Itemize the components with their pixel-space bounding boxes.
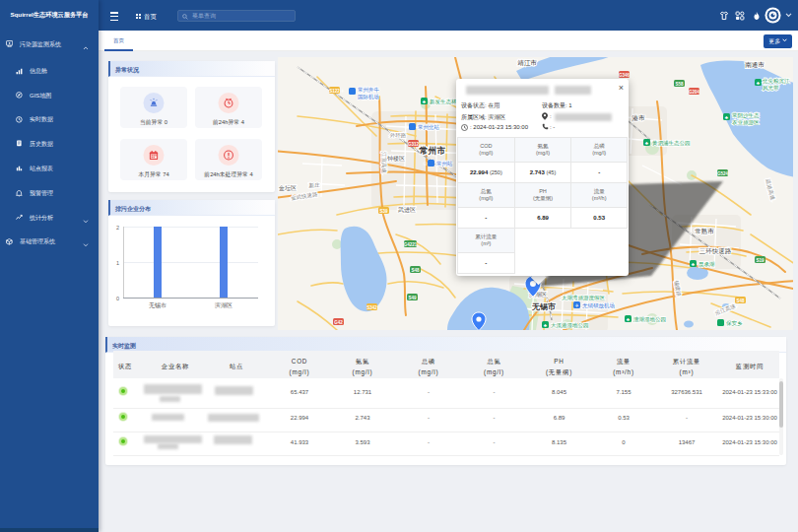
svg-text:⛁: ⛁ <box>404 124 408 130</box>
svg-text:常州北站: 常州北站 <box>418 124 440 131</box>
svg-text:S49: S49 <box>408 296 417 300</box>
svg-text:南通市: 南通市 <box>745 61 765 68</box>
svg-text:风光带: 风光带 <box>763 85 779 92</box>
svg-text:G42: G42 <box>334 320 343 325</box>
svg-text:靖江市: 靖江市 <box>517 59 537 67</box>
svg-text:无锡硕放机场: 无锡硕放机场 <box>582 302 615 309</box>
svg-text:S39: S39 <box>379 209 388 214</box>
svg-text:大溪港湿地公园: 大溪港湿地公园 <box>551 322 589 329</box>
svg-text:无锡市: 无锡市 <box>531 301 556 311</box>
svg-text:G4221: G4221 <box>404 242 418 247</box>
svg-text:S122: S122 <box>329 89 340 94</box>
svg-text:黄泗浦生态公园: 黄泗浦生态公园 <box>652 140 691 147</box>
svg-text:新庄: 新庄 <box>309 182 321 188</box>
svg-text:G524: G524 <box>717 171 729 176</box>
svg-text:常州站: 常州站 <box>436 161 453 166</box>
svg-text:漕湖湿地公园: 漕湖湿地公园 <box>632 316 666 323</box>
svg-text:新发生态林: 新发生态林 <box>430 99 457 104</box>
svg-text:S48: S48 <box>736 299 745 303</box>
svg-text:外环路: 外环路 <box>390 132 407 138</box>
svg-text:三环快速路: 三环快速路 <box>699 247 732 255</box>
svg-text:常阴沙生态: 常阴沙生态 <box>732 112 760 119</box>
svg-text:太湖湾旅游度假区: 太湖湾旅游度假区 <box>562 295 606 301</box>
svg-text:⛁: ⛁ <box>423 161 427 166</box>
svg-text:港市: 港市 <box>632 114 646 122</box>
svg-text:常州奔牛: 常州奔牛 <box>358 87 380 93</box>
svg-text:S58: S58 <box>675 82 684 87</box>
svg-text:钟楼区: 钟楼区 <box>386 155 405 162</box>
svg-text:农业旅游区: 农业旅游区 <box>732 119 760 126</box>
svg-text:昆承湖: 昆承湖 <box>698 261 715 268</box>
svg-text:金坛区: 金坛区 <box>278 184 297 191</box>
svg-text:G346: G346 <box>619 73 631 78</box>
svg-text:江宜高速: 江宜高速 <box>380 152 387 174</box>
svg-text:国际机场: 国际机场 <box>358 94 379 100</box>
svg-text:S342: S342 <box>366 305 377 310</box>
svg-text:常州市: 常州市 <box>420 146 446 156</box>
svg-text:G312: G312 <box>408 142 420 147</box>
svg-text:疏港高速: 疏港高速 <box>764 178 776 202</box>
svg-text:常熟市: 常熟市 <box>695 228 714 235</box>
svg-text:✈: ✈ <box>340 88 344 94</box>
svg-text:S48: S48 <box>411 268 420 273</box>
svg-text:锡虞路: 锡虞路 <box>674 280 683 298</box>
svg-text:G204: G204 <box>689 90 700 95</box>
svg-text:✈: ✈ <box>574 302 578 308</box>
svg-text:武进区: 武进区 <box>398 206 416 214</box>
svg-text:北尖粮滨江: 北尖粮滨江 <box>762 78 790 85</box>
svg-text:保安乡: 保安乡 <box>726 320 743 326</box>
svg-text:金武快速路: 金武快速路 <box>291 191 319 201</box>
svg-text:S19: S19 <box>756 258 765 263</box>
